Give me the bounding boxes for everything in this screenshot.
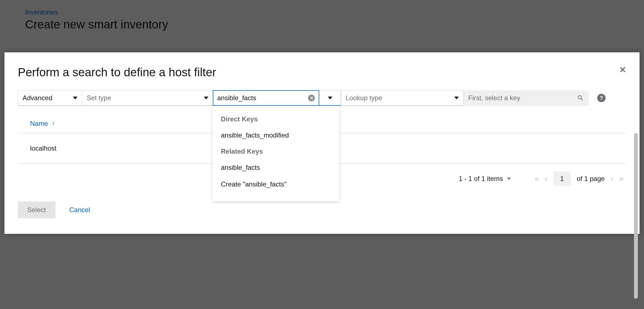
autocomplete-item[interactable]: ansible_facts_modified — [213, 127, 339, 144]
key-input-group: ✕ — [213, 90, 341, 106]
items-per-page-dropdown[interactable]: 1 - 1 of 1 items — [459, 175, 511, 183]
autocomplete-dropdown: Direct Keys ansible_facts_modified Relat… — [213, 106, 339, 201]
caret-down-icon — [73, 97, 77, 99]
sort-ascending-icon: ↑ — [52, 120, 55, 127]
clear-input-icon[interactable]: ✕ — [308, 95, 315, 101]
advanced-dropdown[interactable]: Advanced — [18, 90, 82, 106]
key-input[interactable] — [217, 94, 308, 102]
direct-keys-label: Direct Keys — [213, 111, 339, 127]
first-page-icon[interactable]: « — [535, 175, 539, 183]
modal-actions: Select Cancel — [18, 202, 626, 218]
search-icon — [577, 94, 584, 102]
host-filter-modal: Perform a search to define a host filter… — [4, 52, 640, 234]
column-header-name: Name — [30, 120, 48, 127]
set-type-dropdown[interactable]: Set type — [82, 90, 213, 106]
search-value-input[interactable]: First, select a key — [464, 90, 589, 106]
lookup-placeholder: Lookup type — [346, 94, 382, 102]
total-pages-label: of 1 page — [577, 175, 605, 183]
pagination-controls: « ‹ of 1 page › » — [535, 171, 623, 186]
set-type-placeholder: Set type — [87, 94, 111, 102]
search-value-placeholder: First, select a key — [468, 94, 520, 102]
autocomplete-item-create[interactable]: Create "ansible_facts" — [213, 176, 339, 193]
page-number-input[interactable] — [553, 171, 571, 186]
caret-down-icon — [507, 178, 511, 180]
search-toolbar: Advanced Set type ✕ Lookup type First, s… — [18, 90, 626, 106]
prev-page-icon[interactable]: ‹ — [545, 175, 547, 183]
modal-title: Perform a search to define a host filter — [18, 66, 216, 79]
autocomplete-item[interactable]: ansible_facts — [213, 159, 339, 176]
advanced-label: Advanced — [23, 94, 52, 102]
scrollbar-track[interactable] — [634, 133, 638, 303]
key-input-box[interactable]: ✕ — [213, 90, 319, 106]
select-button[interactable]: Select — [18, 202, 55, 218]
cancel-button[interactable]: Cancel — [64, 202, 96, 218]
help-icon[interactable]: ? — [597, 94, 606, 102]
close-icon[interactable]: ✕ — [619, 66, 626, 74]
related-keys-label: Related Keys — [213, 144, 339, 159]
pagination-summary: 1 - 1 of 1 items — [459, 175, 503, 183]
key-dropdown-toggle[interactable] — [319, 90, 341, 106]
last-page-icon[interactable]: » — [619, 175, 623, 183]
caret-down-icon — [204, 97, 208, 99]
caret-down-icon — [328, 97, 332, 99]
scrollbar-thumb[interactable] — [634, 133, 638, 299]
next-page-icon[interactable]: › — [611, 175, 613, 183]
caret-down-icon — [454, 97, 459, 99]
lookup-type-dropdown[interactable]: Lookup type — [341, 90, 464, 106]
